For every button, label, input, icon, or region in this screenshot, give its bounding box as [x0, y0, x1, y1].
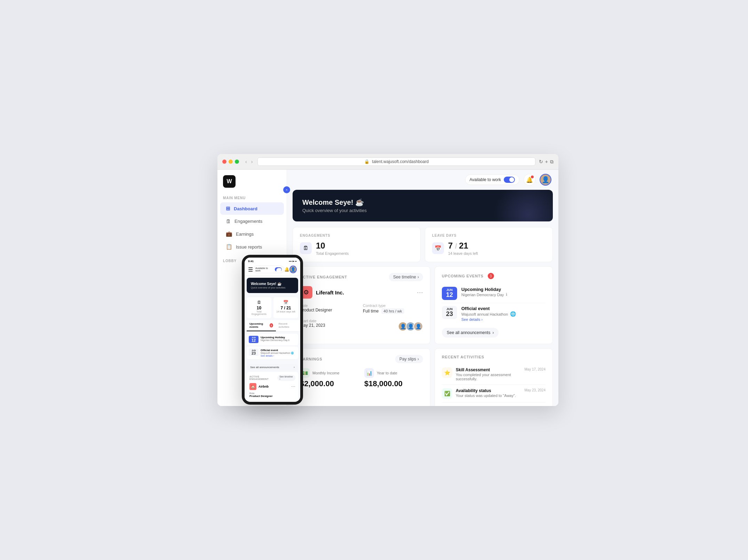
engagements-icon: 🗓 [226, 218, 231, 224]
chevron-right-icon: › [417, 275, 419, 279]
phone-toggle[interactable] [275, 267, 282, 271]
team-avatars: 👤 👤 👤 [398, 322, 423, 331]
event-item-1: Jun 12 Upcoming Holiday Nigerian Democra… [442, 284, 546, 303]
events-badge-count: 3 [488, 273, 494, 279]
dashboard-icon: ⊞ [226, 205, 230, 212]
phone-notif-icon[interactable]: 🔔 [284, 267, 289, 272]
phone-stat-leave: 📅 7 / 21 14 leave days left [273, 297, 298, 318]
phone-active-engagement: ACTIVE ENGAGEMENT See timeline › 🏠 Airbn… [247, 372, 298, 400]
traffic-lights [222, 160, 239, 164]
see-timeline-button[interactable]: See timeline › [389, 273, 423, 281]
reload-button[interactable]: ↻ [539, 159, 543, 165]
phone-more-btn[interactable]: ⋯ [291, 384, 295, 389]
address-bar[interactable]: 🔒 talent.wajusoft.com/dashboard [257, 157, 535, 166]
phone-stats: 🗓 10 Total Engagements 📅 7 / 21 14 leave… [245, 295, 300, 320]
sidebar-item-issue-reports[interactable]: 📋 Issue reports [220, 241, 284, 253]
available-toggle[interactable] [504, 177, 515, 183]
phone-company-logo: 🏠 [249, 383, 256, 390]
phone-topbar: ☰ Available to work 🔔 👤 [245, 263, 300, 276]
chevron-right-icon: › [417, 357, 419, 362]
browser-navigation: ‹ › [244, 158, 254, 165]
see-details-link[interactable]: See details › [461, 317, 546, 322]
phone-tab-upcoming[interactable]: Upcoming events 3 [247, 320, 276, 331]
activity-skill-text: Skill Assessment You completed your asse… [456, 367, 521, 381]
main-content: Available to work 🔔 👤 Welcome Seye! ☕ Qu… [287, 170, 558, 406]
event-2-info: Official event Wajusoft annual Hackathon… [461, 306, 546, 322]
phone-events-list: Jun 12 Upcoming Holiday Nigerian Democra… [245, 332, 300, 363]
sidebar-item-engagements[interactable]: 🗓 Engagements [220, 215, 284, 227]
maximize-button[interactable] [235, 160, 239, 164]
sidebar-item-earnings[interactable]: 💼 Earnings [220, 228, 284, 240]
welcome-title: Welcome Seye! ☕ [302, 198, 543, 206]
chevron-right-icon: › [492, 330, 494, 335]
sidebar-item-dashboard[interactable]: ⊞ Dashboard [220, 202, 284, 215]
phone-available-badge: Available to work [253, 266, 284, 273]
browser-chrome: ‹ › 🔒 talent.wajusoft.com/dashboard ↻ + … [217, 154, 558, 170]
info-icon: ℹ [506, 292, 507, 297]
phone-event-2: Jun 23 Official event Wajusoft annual Ha… [247, 347, 298, 359]
phone-event-2-date: Jun 23 [249, 349, 258, 356]
forward-button[interactable]: › [250, 158, 254, 165]
phone-event-1: Jun 12 Upcoming Holiday Nigerian Democra… [247, 334, 298, 345]
event-2-date: Jun 23 [442, 306, 457, 319]
sidebar-collapse-btn[interactable]: « [283, 186, 290, 193]
stats-row: ENGAGEMENTS 🗓 10 Total Engagements LEAVE… [293, 227, 553, 262]
activity-item-availability: ✅ Availability status Your status was up… [442, 385, 546, 403]
ytd-icon: 📊 [364, 368, 374, 378]
welcome-subtitle: Quick overview of your activities [302, 208, 543, 213]
event-item-2: Jun 23 Official event Wajusoft annual Ha… [442, 303, 546, 324]
event-1-date: Jun 12 [442, 287, 457, 300]
phone-welcome-banner: Welcome Seye! ☕ Quick overview of your a… [247, 278, 298, 293]
monthly-income: 💵 Monthly Income $2,000.00 [300, 368, 359, 388]
notification-dot [531, 176, 534, 178]
leave-days-icon: 📅 [432, 242, 444, 254]
phone-status-bar: 9:41 ▪▪▪ ▸ ▪▪ [245, 258, 300, 263]
globe-icon: 🌐 [510, 311, 516, 317]
back-button[interactable]: ‹ [244, 158, 248, 165]
phone-mockup: 9:41 ▪▪▪ ▸ ▪▪ ☰ Available to work 🔔 👤 We… [242, 255, 303, 405]
user-avatar[interactable]: 👤 [540, 174, 551, 186]
hours-badge: 40 hrs / wk [381, 308, 404, 314]
upcoming-events-card: UPCOMING EVENTS 3 Jun 12 Upcoming Holida… [435, 266, 553, 344]
available-badge: Available to work [465, 175, 520, 185]
skill-assessment-icon: ⭐ [442, 367, 452, 378]
notifications-button[interactable]: 🔔 [524, 174, 535, 186]
phone-avatar: 👤 [289, 266, 297, 273]
role-detail: Role Product Designer [300, 303, 360, 314]
see-all-announcements-button[interactable]: See all announcements › [442, 328, 499, 338]
active-engagement-card: ACTIVE ENGAGEMENT See timeline › ⚙ Lifer… [293, 266, 430, 344]
phone-stat-engagements: 🗓 10 Total Engagements [247, 297, 271, 318]
phone-time: 9:41 [248, 260, 254, 263]
activity-availability-text: Availability status Your status was upda… [456, 388, 521, 398]
engagement-details: Role Product Designer Contract type Full… [300, 303, 423, 331]
content-row-1: ACTIVE ENGAGEMENT See timeline › ⚙ Lifer… [293, 266, 553, 344]
top-bar: Available to work 🔔 👤 [287, 170, 558, 190]
minimize-button[interactable] [229, 160, 233, 164]
phone-tab-recent[interactable]: Recent activities [276, 320, 298, 331]
tabs-button[interactable]: ⧉ [550, 159, 554, 165]
logo: W [223, 175, 236, 188]
earnings-icon: 💼 [226, 231, 232, 237]
welcome-banner: Welcome Seye! ☕ Quick overview of your a… [293, 190, 553, 221]
phone-signals: ▪▪▪ ▸ ▪▪ [289, 260, 297, 263]
event-1-info: Upcoming Holiday Nigerian Democracy Day … [461, 287, 546, 297]
issue-reports-icon: 📋 [226, 244, 232, 250]
browser-actions: ↻ + ⧉ [539, 159, 554, 165]
contract-detail: Contract type Full time 40 hrs / wk [363, 303, 423, 314]
main-menu-label: MAIN MENU [217, 193, 287, 202]
content-row-2: EARNINGS Pay slips › 💵 Monthly Income [293, 348, 553, 406]
phone-menu-icon: ☰ [248, 266, 253, 273]
activity-item-badge: 🏅 New badge unlocked You have received t… [442, 403, 546, 406]
start-date-detail: Start date May 21, 2023 [300, 319, 360, 329]
add-tab-button[interactable]: + [545, 159, 548, 165]
team-avatar-3: 👤 [413, 322, 423, 331]
engagements-stat-card: ENGAGEMENTS 🗓 10 Total Engagements [293, 227, 421, 262]
earnings-card: EARNINGS Pay slips › 💵 Monthly Income [293, 348, 430, 406]
pay-slips-button[interactable]: Pay slips › [395, 355, 423, 363]
phone-event-1-date: Jun 12 [249, 336, 258, 343]
close-button[interactable] [222, 160, 226, 164]
recent-activities-card: RECENT ACTIVITIES ⭐ Skill Assessment You… [435, 348, 553, 406]
engagement-more-button[interactable]: ⋯ [417, 289, 423, 296]
phone-see-all[interactable]: See all announcements › [247, 364, 298, 371]
engagements-stat-icon: 🗓 [300, 242, 312, 254]
